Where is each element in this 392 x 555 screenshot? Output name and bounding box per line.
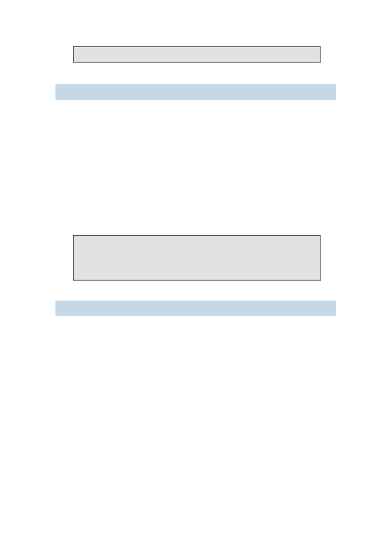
section-header-2 (55, 301, 336, 316)
code-block-1 (73, 46, 321, 63)
code-block-2 (73, 235, 321, 281)
section-header-1 (55, 84, 336, 100)
